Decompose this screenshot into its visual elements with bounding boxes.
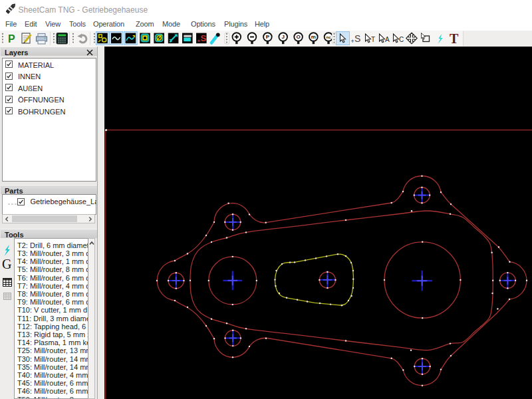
svg-text:O: O xyxy=(296,34,300,40)
svg-text:T: T xyxy=(450,31,459,46)
svg-text:+: + xyxy=(198,38,201,44)
svg-text:C: C xyxy=(399,36,404,43)
svg-text:A: A xyxy=(385,36,390,43)
svg-text:+: + xyxy=(351,38,354,45)
svg-text:nc: nc xyxy=(326,35,331,39)
svg-text:P: P xyxy=(266,34,270,40)
svg-text:S: S xyxy=(354,33,360,44)
svg-text:T: T xyxy=(371,36,375,43)
svg-text:S: S xyxy=(201,33,207,43)
svg-text:P: P xyxy=(8,33,15,45)
svg-text:J: J xyxy=(281,34,284,40)
svg-text:m: m xyxy=(311,34,316,40)
